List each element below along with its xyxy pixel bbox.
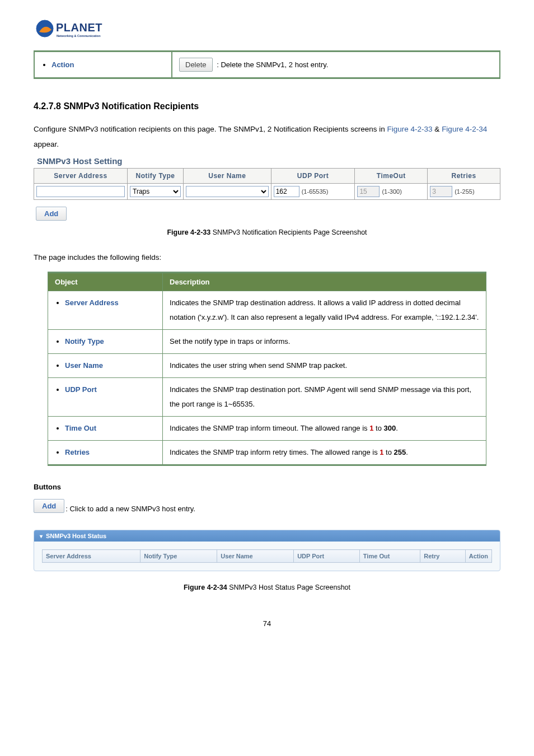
obj-notify-type: Notify Type bbox=[65, 337, 104, 346]
host-setting-title: SNMPv3 Host Setting bbox=[34, 156, 500, 166]
server-address-input[interactable] bbox=[36, 186, 125, 197]
col-retries: Retries bbox=[428, 169, 500, 184]
timeout-range: (1-300) bbox=[380, 188, 401, 195]
delete-button[interactable]: Delete bbox=[179, 58, 213, 72]
page-number: 74 bbox=[34, 619, 500, 628]
obj-server-address: Server Address bbox=[65, 298, 119, 307]
figure-link-33[interactable]: Figure 4-2-33 bbox=[387, 125, 433, 133]
obj-user-name: User Name bbox=[65, 361, 103, 370]
col-notify-type: Notify Type bbox=[128, 169, 184, 184]
desc-time-out: Indicates the SNMP trap inform timeout. … bbox=[163, 417, 486, 441]
desc-retries: Indicates the SNMP trap inform retry tim… bbox=[163, 441, 486, 465]
add-button-desc: : Click to add a new SNMPv3 host entry. bbox=[65, 505, 195, 513]
retries-input bbox=[430, 186, 452, 197]
buttons-heading: Buttons bbox=[34, 483, 500, 491]
add-button-doc[interactable]: Add bbox=[34, 499, 64, 513]
figure-caption-33: Figure 4-2-33 SNMPv3 Notification Recipi… bbox=[34, 228, 500, 236]
obj-retries: Retries bbox=[65, 448, 90, 456]
host-setting-table: Server Address Notify Type User Name UDP… bbox=[34, 168, 500, 200]
obj-udp-port: UDP Port bbox=[65, 385, 97, 394]
st-col-notify-type: Notify Type bbox=[140, 550, 217, 563]
col-udp-port: UDP Port bbox=[271, 169, 355, 184]
section-intro: Configure SNMPv3 notification recipients… bbox=[34, 122, 500, 152]
obj-time-out: Time Out bbox=[65, 424, 96, 432]
st-col-retry: Retry bbox=[420, 550, 465, 563]
add-button[interactable]: Add bbox=[36, 207, 67, 221]
desc-udp-port: Indicates the SNMP trap destination port… bbox=[163, 378, 486, 417]
section-heading: 4.2.7.8 SNMPv3 Notification Recipients bbox=[34, 101, 500, 111]
desc-server-address: Indicates the SNMP trap destination addr… bbox=[163, 291, 486, 330]
action-label: Action bbox=[51, 60, 74, 69]
notify-type-select[interactable]: Traps bbox=[130, 186, 181, 197]
retries-range: (1-255) bbox=[452, 188, 474, 195]
host-status-header[interactable]: ▾SNMPv3 Host Status bbox=[34, 530, 500, 542]
host-status-table: Server Address Notify Type User Name UDP… bbox=[42, 549, 492, 563]
object-description-table: Object Description Server Address Indica… bbox=[48, 272, 486, 466]
desc-user-name: Indicates the user string when send SNMP… bbox=[163, 354, 486, 378]
udp-port-input[interactable] bbox=[274, 186, 299, 197]
planet-logo-icon: PLANET Networking & Communication bbox=[34, 17, 129, 46]
logo: PLANET Networking & Communication bbox=[34, 17, 500, 46]
svg-text:Networking & Communication: Networking & Communication bbox=[57, 34, 101, 38]
figure-link-34[interactable]: Figure 4-2-34 bbox=[442, 125, 487, 133]
st-col-user-name: User Name bbox=[217, 550, 294, 563]
svg-text:PLANET: PLANET bbox=[56, 21, 102, 34]
fields-intro: The page includes the following fields: bbox=[34, 253, 500, 262]
col-timeout: TimeOut bbox=[355, 169, 428, 184]
col-server-address: Server Address bbox=[34, 169, 128, 184]
action-table: Action Delete : Delete the SNMPv1, 2 hos… bbox=[34, 50, 500, 79]
st-col-server-address: Server Address bbox=[43, 550, 140, 563]
timeout-input bbox=[357, 186, 380, 197]
user-name-select[interactable] bbox=[186, 186, 269, 197]
caret-down-icon: ▾ bbox=[40, 533, 43, 539]
st-col-action: Action bbox=[465, 550, 491, 563]
st-col-time-out: Time Out bbox=[359, 550, 420, 563]
delete-desc: : Delete the SNMPv1, 2 host entry. bbox=[217, 60, 328, 69]
host-status-panel: ▾SNMPv3 Host Status Server Address Notif… bbox=[34, 530, 500, 571]
obj-header-object: Object bbox=[48, 273, 163, 291]
desc-notify-type: Set the notify type in traps or informs. bbox=[163, 330, 486, 354]
figure-caption-34: Figure 4-2-34 SNMPv3 Host Status Page Sc… bbox=[34, 584, 500, 591]
st-col-udp-port: UDP Port bbox=[294, 550, 360, 563]
udp-port-range: (1-65535) bbox=[299, 188, 329, 195]
col-user-name: User Name bbox=[184, 169, 271, 184]
obj-header-desc: Description bbox=[163, 273, 486, 291]
